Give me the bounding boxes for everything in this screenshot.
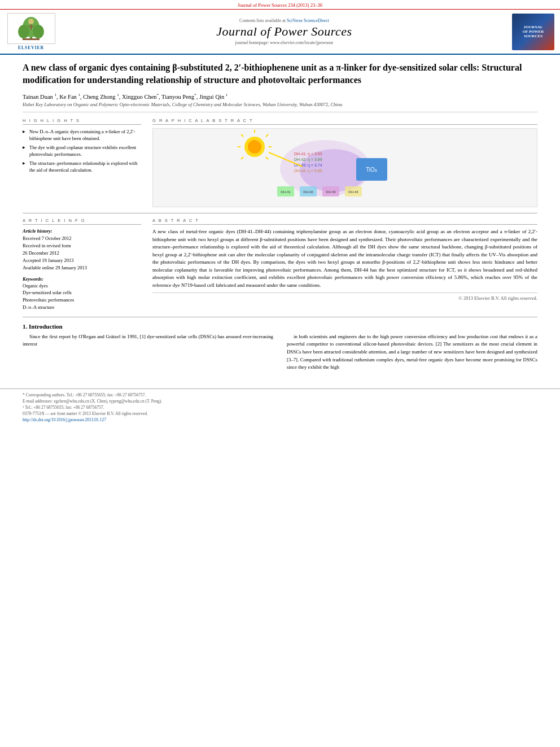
svg-text:DH-41: DH-41	[281, 190, 291, 194]
intro-body: Since the first report by O'Regan and Gr…	[23, 333, 537, 375]
keywords-label: Keywords:	[23, 276, 141, 282]
svg-line-15	[266, 157, 268, 159]
elsevier-label: ELSEVIER	[18, 45, 44, 50]
accepted-date: Accepted 19 January 2013	[23, 257, 141, 264]
svg-text:DH-43: η = 3.74: DH-43: η = 3.74	[294, 163, 322, 168]
keyword-3: Photovoltaic performances	[23, 296, 141, 304]
journal-title-display: Journal of Power Sources	[56, 24, 512, 39]
affiliation: Hubei Key Laboratory on Organic and Poly…	[23, 102, 537, 112]
highlight-item: The structure–performance relationship i…	[23, 160, 141, 176]
journal-header-center: Contents lists available at SciVerse Sci…	[56, 18, 512, 45]
svg-line-16	[241, 134, 243, 137]
info-abstract-row: A R T I C L E I N F O Article history: R…	[23, 218, 537, 311]
keywords-list: Organic dyes Dye-sensitized solar cells …	[23, 282, 141, 311]
elsevier-logo: ELSEVIER	[6, 13, 56, 50]
introduction-section: 1. Introduction Since the first report b…	[23, 317, 537, 375]
sciverse-line: Contents lists available at SciVerse Sci…	[56, 18, 512, 23]
highlight-item: New D–π–A organic dyes containing a π-li…	[23, 128, 141, 144]
abstract-text: A new class of metal-free organic dyes (…	[152, 228, 537, 289]
intro-heading: 1. Introduction	[23, 323, 537, 330]
copyright: © 2013 Elsevier B.V. All rights reserved…	[152, 292, 537, 301]
article-info-label: A R T I C L E I N F O	[23, 218, 141, 225]
article-title: A new class of organic dyes containing β…	[23, 62, 537, 87]
highlight-item: The dye with good coplanar structure exh…	[23, 144, 141, 160]
svg-text:DH-41: η = 3.93: DH-41: η = 3.93	[294, 152, 322, 156]
authors: Tainan Duan 1, Ke Fan 1, Cheng Zhong 1, …	[23, 93, 537, 100]
doi-link[interactable]: http://dx.doi.org/10.1016/j.jpowsour.201…	[23, 417, 106, 422]
svg-line-13	[266, 134, 268, 137]
footnote-star: * Corresponding authors. Tel.: +86 27 68…	[23, 392, 537, 397]
journal-homepage: journal homepage: www.elsevier.com/locat…	[56, 40, 512, 45]
email-line: E-mail addresses: xgchen@whu.edu.cn (X. …	[23, 399, 537, 404]
svg-rect-2	[23, 38, 40, 40]
keyword-2: Dye-sensitized solar cells	[23, 289, 141, 296]
svg-point-5	[33, 25, 44, 38]
intro-para-2: in both scientists and engineers due to …	[287, 333, 537, 372]
graphical-abstract-image: TiO₂ DH-41: η = 3.93 DH-42: η = 3.89 DH-…	[152, 128, 537, 207]
svg-point-4	[18, 25, 29, 38]
homepage-text: journal homepage: www.elsevier.com/locat…	[235, 40, 333, 45]
revised-date: 26 December 2012	[23, 250, 141, 257]
sciverse-link[interactable]: SciVerse ScienceDirect	[287, 18, 329, 23]
highlights-col: H I G H L I G H T S New D–π–A organic dy…	[23, 118, 141, 207]
email-text: E-mail addresses: xgchen@whu.edu.cn (X. …	[23, 399, 162, 404]
journal-logo-right: JOURNALOF POWERSOURCES	[512, 14, 554, 50]
article-info-col: A R T I C L E I N F O Article history: R…	[23, 218, 141, 311]
highlights-label: H I G H L I G H T S	[23, 118, 141, 125]
svg-text:DH-43: DH-43	[326, 190, 336, 194]
section-divider-1	[23, 213, 537, 213]
abstract-label: A B S T R A C T	[152, 218, 537, 225]
highlights-list: New D–π–A organic dyes containing a π-li…	[23, 128, 141, 175]
keyword-4: D–π–A structure	[23, 304, 141, 311]
graphical-abstract-col: G R A P H I C A L A B S T R A C T	[152, 118, 537, 207]
intro-para-1: Since the first report by O'Regan and Gr…	[23, 333, 273, 348]
intro-col2: in both scientists and engineers due to …	[287, 333, 537, 375]
svg-text:TiO₂: TiO₂	[366, 167, 377, 173]
svg-point-6	[28, 19, 34, 24]
intro-col1: Since the first report by O'Regan and Gr…	[23, 333, 273, 375]
keyword-1: Organic dyes	[23, 282, 141, 290]
doi-line: http://dx.doi.org/10.1016/j.jpowsour.201…	[23, 417, 537, 422]
footnote-1: ¹ Tel.: +86 27 68755655; fax: +86 27 687…	[23, 405, 537, 410]
journal-reference: Journal of Power Sources 234 (2013) 23–3…	[0, 0, 560, 10]
highlights-graphical-row: H I G H L I G H T S New D–π–A organic dy…	[23, 118, 537, 207]
journal-header: ELSEVIER Contents lists available at Sci…	[0, 10, 560, 55]
svg-text:DH-44: DH-44	[348, 190, 358, 194]
issn-line: 0378-7753/$ — see front matter © 2013 El…	[23, 411, 537, 416]
sciverse-text: Contents lists available at	[239, 18, 286, 23]
available-date: Available online 29 January 2013	[23, 265, 141, 272]
svg-line-18	[241, 157, 243, 159]
svg-text:DH-44: η = 5.86: DH-44: η = 5.86	[294, 169, 322, 173]
history-label: Article history:	[23, 228, 141, 234]
revised-label: Received in revised form	[23, 243, 141, 250]
page-footer: * Corresponding authors. Tel.: +86 27 68…	[0, 388, 560, 427]
svg-point-11	[248, 140, 261, 154]
svg-text:DH-42: DH-42	[303, 190, 313, 194]
received-date: Received 7 October 2012	[23, 235, 141, 242]
graphical-abstract-label: G R A P H I C A L A B S T R A C T	[152, 118, 537, 125]
svg-text:DH-42: η = 3.89: DH-42: η = 3.89	[294, 158, 322, 162]
main-content: A new class of organic dyes containing β…	[0, 55, 560, 382]
abstract-col: A B S T R A C T A new class of metal-fre…	[152, 218, 537, 311]
